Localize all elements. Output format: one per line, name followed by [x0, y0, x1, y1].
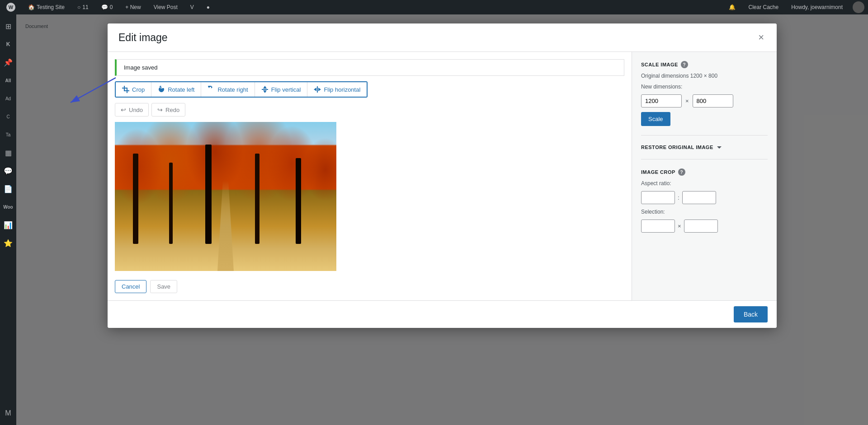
- sidebar-item-bar[interactable]: 📊: [0, 217, 16, 233]
- toolbar: Crop Rotate left: [115, 81, 624, 98]
- image-crop-title: IMAGE CROP ?: [641, 168, 768, 176]
- tree-trunk-2: [169, 163, 173, 244]
- sidebar-item-tag[interactable]: Ta: [0, 126, 16, 143]
- flip-vertical-label: Flip vertical: [271, 86, 301, 93]
- sidebar-item-doc[interactable]: 📄: [0, 181, 16, 197]
- modal-footer: Cancel Save: [115, 276, 624, 293]
- howdy-label: Howdy, joewarnimont: [791, 4, 843, 10]
- scale-image-help-icon[interactable]: ?: [681, 61, 688, 68]
- rotate-left-label: Rotate left: [168, 86, 194, 93]
- redo-icon: ↪: [157, 106, 163, 113]
- selection-label: Selection:: [641, 209, 768, 215]
- modal-header: Edit image ×: [108, 23, 777, 52]
- redo-label: Redo: [165, 107, 179, 113]
- aspect-width-input[interactable]: [641, 191, 675, 204]
- modal-title: Edit image: [118, 32, 168, 44]
- sidebar-item-chat[interactable]: 💬: [0, 163, 16, 179]
- wp-logo-item[interactable]: W: [4, 0, 18, 14]
- undo-redo-group: ↩ Undo ↪ Redo: [115, 103, 624, 117]
- edit-image-modal: Edit image × Image saved: [108, 23, 777, 328]
- sidebar-item-dashboard[interactable]: ⊞: [0, 18, 16, 34]
- rotate-left-button[interactable]: Rotate left: [151, 82, 201, 97]
- image-crop-label: IMAGE CROP: [641, 169, 675, 175]
- right-panel: SCALE IMAGE ? Original dimensions 1200 ×…: [632, 52, 777, 300]
- restore-original-button[interactable]: RESTORE ORIGINAL IMAGE: [641, 145, 768, 150]
- status-bar: Image saved: [115, 59, 624, 76]
- flip-vertical-button[interactable]: Flip vertical: [255, 82, 308, 97]
- flip-vertical-icon: [261, 86, 269, 93]
- modal-back-area: Back: [108, 300, 777, 328]
- undo-label: Undo: [129, 107, 143, 113]
- rotate-left-icon: [158, 86, 165, 93]
- image-container: [115, 122, 624, 271]
- flip-horizontal-label: Flip horizontal: [324, 86, 360, 93]
- modal-body: Image saved: [108, 52, 777, 300]
- aspect-ratio-row: :: [641, 191, 768, 204]
- selection-separator: ×: [678, 223, 681, 229]
- width-input[interactable]: [641, 94, 682, 107]
- sidebar-item-k[interactable]: K: [0, 36, 16, 52]
- sidebar-item-c[interactable]: C: [0, 108, 16, 125]
- undo-button[interactable]: ↩ Undo: [115, 103, 149, 117]
- notification-icon[interactable]: 🔔: [726, 0, 738, 14]
- site-name: Testing Site: [37, 4, 65, 10]
- clear-cache-item[interactable]: Clear Cache: [745, 0, 781, 14]
- rotate-right-button[interactable]: Rotate right: [201, 82, 255, 97]
- new-item[interactable]: + New: [123, 0, 143, 14]
- tree-trunk-3: [205, 145, 212, 244]
- circle-item[interactable]: ●: [204, 0, 212, 14]
- height-input[interactable]: [693, 94, 733, 107]
- edit-image: [115, 122, 336, 271]
- updates-count: 11: [82, 4, 88, 10]
- avatar[interactable]: [853, 1, 864, 13]
- image-crop-help-icon[interactable]: ?: [678, 168, 685, 176]
- sidebar-item-pin[interactable]: 📌: [0, 54, 16, 70]
- new-dimensions-label: New dimensions:: [641, 84, 768, 90]
- aspect-ratio-label: Aspect ratio:: [641, 180, 768, 187]
- sidebar-item-woo[interactable]: Woo: [0, 199, 16, 215]
- restore-original-section: RESTORE ORIGINAL IMAGE: [641, 145, 768, 150]
- cancel-button[interactable]: Cancel: [115, 280, 146, 293]
- sidebar-item-all[interactable]: All: [0, 72, 16, 89]
- sidebar-item-marketing[interactable]: M: [0, 405, 16, 421]
- flip-horizontal-icon: [314, 86, 321, 93]
- site-name-item[interactable]: 🏠 Testing Site: [25, 0, 67, 14]
- sidebar-item-ad[interactable]: Ad: [0, 90, 16, 107]
- howdy-item[interactable]: Howdy, joewarnimont: [788, 0, 845, 14]
- clear-cache-label: Clear Cache: [748, 4, 778, 10]
- status-message: Image saved: [124, 64, 157, 71]
- chevron-down-icon: [717, 146, 722, 149]
- save-button[interactable]: Save: [150, 280, 177, 293]
- sidebar: ⊞ K 📌 All Ad C Ta ▦ 💬 📄 Woo 📊 ⭐ M: [0, 14, 16, 425]
- crop-label: Crop: [132, 86, 145, 93]
- aspect-separator: :: [678, 194, 679, 201]
- selection-height-input[interactable]: [684, 220, 718, 233]
- dimension-separator: ×: [685, 98, 689, 104]
- tree-trunk-5: [296, 158, 301, 244]
- rotate-right-icon: [208, 86, 215, 93]
- flip-horizontal-button[interactable]: Flip horizontal: [307, 82, 367, 97]
- selection-row: ×: [641, 220, 768, 233]
- divider-2: [641, 159, 768, 159]
- image-crop-section: IMAGE CROP ? Aspect ratio: : Selection:: [641, 168, 768, 233]
- selection-width-input[interactable]: [641, 220, 675, 233]
- view-post-item[interactable]: View Post: [151, 0, 180, 14]
- admin-bar: W 🏠 Testing Site ○ 11 💬 0 + New View Pos…: [0, 0, 868, 14]
- original-dimensions: Original dimensions 1200 × 800: [641, 73, 768, 79]
- wp-logo: W: [6, 3, 15, 12]
- modal-overlay: Edit image × Image saved: [16, 14, 868, 425]
- scale-button[interactable]: Scale: [641, 112, 670, 126]
- redo-button[interactable]: ↪ Redo: [151, 103, 185, 117]
- comments-item[interactable]: 💬 0: [99, 0, 116, 14]
- updates-item[interactable]: ○ 11: [75, 0, 91, 14]
- yoast-icon[interactable]: V: [188, 0, 197, 14]
- sidebar-item-star[interactable]: ⭐: [0, 235, 16, 251]
- comments-count: 0: [110, 4, 113, 10]
- crop-button[interactable]: Crop: [116, 82, 151, 97]
- sidebar-item-square[interactable]: ▦: [0, 145, 16, 161]
- modal-close-button[interactable]: ×: [756, 31, 766, 44]
- back-button[interactable]: Back: [734, 306, 768, 322]
- scale-image-section: SCALE IMAGE ? Original dimensions 1200 ×…: [641, 61, 768, 126]
- aspect-height-input[interactable]: [682, 191, 716, 204]
- restore-original-label: RESTORE ORIGINAL IMAGE: [641, 145, 713, 150]
